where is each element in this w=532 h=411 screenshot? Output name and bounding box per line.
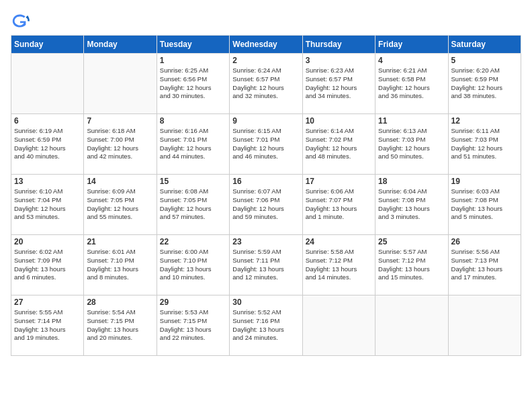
day-info: Sunrise: 5:55 AM Sunset: 7:14 PM Dayligh…: [14, 308, 81, 342]
weekday-header-row: SundayMondayTuesdayWednesdayThursdayFrid…: [11, 36, 521, 54]
day-info: Sunrise: 6:24 AM Sunset: 6:57 PM Dayligh…: [232, 66, 299, 101]
day-info: Sunrise: 6:07 AM Sunset: 7:06 PM Dayligh…: [232, 187, 299, 222]
day-info: Sunrise: 5:53 AM Sunset: 7:15 PM Dayligh…: [160, 308, 226, 342]
day-number: 13: [14, 177, 81, 186]
calendar-cell: [302, 295, 375, 356]
calendar-cell: 8Sunrise: 6:16 AM Sunset: 7:01 PM Daylig…: [157, 114, 229, 175]
calendar-cell: 12Sunrise: 6:11 AM Sunset: 7:03 PM Dayli…: [448, 114, 521, 175]
day-number: 20: [14, 237, 81, 246]
calendar-cell: [448, 295, 521, 356]
day-number: 11: [378, 116, 445, 126]
day-number: 12: [451, 116, 518, 126]
calendar-cell: 1Sunrise: 6:25 AM Sunset: 6:56 PM Daylig…: [157, 54, 229, 114]
day-number: 27: [14, 298, 81, 307]
day-info: Sunrise: 6:18 AM Sunset: 7:00 PM Dayligh…: [87, 127, 153, 161]
day-number: 3: [306, 56, 372, 65]
day-number: 18: [378, 177, 445, 186]
week-row-5: 27Sunrise: 5:55 AM Sunset: 7:14 PM Dayli…: [11, 295, 521, 356]
calendar-cell: 15Sunrise: 6:08 AM Sunset: 7:05 PM Dayli…: [157, 175, 229, 235]
calendar-cell: [11, 54, 84, 114]
calendar-cell: 26Sunrise: 5:56 AM Sunset: 7:13 PM Dayli…: [448, 235, 521, 295]
day-number: 8: [160, 116, 226, 126]
calendar-cell: 20Sunrise: 6:02 AM Sunset: 7:09 PM Dayli…: [11, 235, 84, 295]
day-info: Sunrise: 6:06 AM Sunset: 7:07 PM Dayligh…: [306, 187, 372, 222]
day-number: 30: [232, 298, 299, 307]
calendar-cell: 11Sunrise: 6:13 AM Sunset: 7:03 PM Dayli…: [375, 114, 448, 175]
calendar-cell: 18Sunrise: 6:04 AM Sunset: 7:08 PM Dayli…: [375, 175, 448, 235]
calendar-cell: 19Sunrise: 6:03 AM Sunset: 7:08 PM Dayli…: [448, 175, 521, 235]
weekday-header-tuesday: Tuesday: [157, 36, 229, 54]
day-number: 1: [160, 56, 226, 65]
logo-icon: [11, 11, 30, 30]
day-number: 29: [160, 298, 226, 307]
day-info: Sunrise: 6:19 AM Sunset: 6:59 PM Dayligh…: [14, 127, 81, 161]
day-info: Sunrise: 6:23 AM Sunset: 6:57 PM Dayligh…: [306, 66, 372, 101]
day-info: Sunrise: 6:16 AM Sunset: 7:01 PM Dayligh…: [160, 127, 226, 161]
day-number: 17: [306, 177, 372, 186]
day-info: Sunrise: 5:59 AM Sunset: 7:11 PM Dayligh…: [232, 248, 299, 282]
calendar-cell: [375, 295, 448, 356]
day-number: 10: [306, 116, 372, 126]
day-number: 22: [160, 237, 226, 246]
day-info: Sunrise: 6:00 AM Sunset: 7:10 PM Dayligh…: [160, 248, 226, 282]
day-info: Sunrise: 5:54 AM Sunset: 7:15 PM Dayligh…: [87, 308, 153, 342]
day-info: Sunrise: 6:03 AM Sunset: 7:08 PM Dayligh…: [451, 187, 518, 222]
calendar-cell: 10Sunrise: 6:14 AM Sunset: 7:02 PM Dayli…: [302, 114, 375, 175]
calendar-cell: 24Sunrise: 5:58 AM Sunset: 7:12 PM Dayli…: [302, 235, 375, 295]
calendar-cell: 2Sunrise: 6:24 AM Sunset: 6:57 PM Daylig…: [230, 54, 302, 114]
calendar-cell: 30Sunrise: 5:52 AM Sunset: 7:16 PM Dayli…: [230, 295, 302, 356]
week-row-3: 13Sunrise: 6:10 AM Sunset: 7:04 PM Dayli…: [11, 175, 521, 235]
calendar-cell: 7Sunrise: 6:18 AM Sunset: 7:00 PM Daylig…: [84, 114, 157, 175]
day-number: 15: [160, 177, 226, 186]
calendar-cell: 28Sunrise: 5:54 AM Sunset: 7:15 PM Dayli…: [84, 295, 157, 356]
calendar-cell: 16Sunrise: 6:07 AM Sunset: 7:06 PM Dayli…: [230, 175, 302, 235]
day-info: Sunrise: 6:14 AM Sunset: 7:02 PM Dayligh…: [306, 127, 372, 161]
day-info: Sunrise: 6:21 AM Sunset: 6:58 PM Dayligh…: [378, 66, 445, 101]
day-info: Sunrise: 6:04 AM Sunset: 7:08 PM Dayligh…: [378, 187, 445, 222]
calendar-cell: 21Sunrise: 6:01 AM Sunset: 7:10 PM Dayli…: [84, 235, 157, 295]
weekday-header-monday: Monday: [84, 36, 157, 54]
day-info: Sunrise: 6:09 AM Sunset: 7:05 PM Dayligh…: [87, 187, 153, 222]
weekday-header-saturday: Saturday: [448, 36, 521, 54]
calendar-cell: 5Sunrise: 6:20 AM Sunset: 6:59 PM Daylig…: [448, 54, 521, 114]
day-number: 25: [378, 237, 445, 246]
day-info: Sunrise: 6:01 AM Sunset: 7:10 PM Dayligh…: [87, 248, 153, 282]
day-number: 4: [378, 56, 445, 65]
calendar-cell: 23Sunrise: 5:59 AM Sunset: 7:11 PM Dayli…: [230, 235, 302, 295]
week-row-1: 1Sunrise: 6:25 AM Sunset: 6:56 PM Daylig…: [11, 54, 521, 114]
calendar-cell: 4Sunrise: 6:21 AM Sunset: 6:58 PM Daylig…: [375, 54, 448, 114]
day-number: 28: [87, 298, 153, 307]
weekday-header-sunday: Sunday: [11, 36, 84, 54]
day-number: 14: [87, 177, 153, 186]
weekday-header-wednesday: Wednesday: [230, 36, 302, 54]
day-info: Sunrise: 6:02 AM Sunset: 7:09 PM Dayligh…: [14, 248, 81, 282]
day-info: Sunrise: 5:58 AM Sunset: 7:12 PM Dayligh…: [306, 248, 372, 282]
calendar-cell: 22Sunrise: 6:00 AM Sunset: 7:10 PM Dayli…: [157, 235, 229, 295]
day-number: 9: [232, 116, 299, 126]
day-number: 24: [306, 237, 372, 246]
calendar-cell: 14Sunrise: 6:09 AM Sunset: 7:05 PM Dayli…: [84, 175, 157, 235]
page-header: [11, 11, 521, 30]
day-info: Sunrise: 6:20 AM Sunset: 6:59 PM Dayligh…: [451, 66, 518, 101]
day-info: Sunrise: 6:10 AM Sunset: 7:04 PM Dayligh…: [14, 187, 81, 222]
day-info: Sunrise: 6:25 AM Sunset: 6:56 PM Dayligh…: [160, 66, 226, 101]
calendar-cell: 6Sunrise: 6:19 AM Sunset: 6:59 PM Daylig…: [11, 114, 84, 175]
calendar-cell: 9Sunrise: 6:15 AM Sunset: 7:01 PM Daylig…: [230, 114, 302, 175]
day-info: Sunrise: 6:11 AM Sunset: 7:03 PM Dayligh…: [451, 127, 518, 161]
day-number: 26: [451, 237, 518, 246]
weekday-header-friday: Friday: [375, 36, 448, 54]
day-info: Sunrise: 6:13 AM Sunset: 7:03 PM Dayligh…: [378, 127, 445, 161]
calendar-cell: 27Sunrise: 5:55 AM Sunset: 7:14 PM Dayli…: [11, 295, 84, 356]
calendar-cell: 17Sunrise: 6:06 AM Sunset: 7:07 PM Dayli…: [302, 175, 375, 235]
calendar-cell: 25Sunrise: 5:57 AM Sunset: 7:12 PM Dayli…: [375, 235, 448, 295]
calendar: SundayMondayTuesdayWednesdayThursdayFrid…: [11, 35, 521, 356]
day-number: 6: [14, 116, 81, 126]
day-number: 5: [451, 56, 518, 65]
day-number: 7: [87, 116, 153, 126]
calendar-cell: 29Sunrise: 5:53 AM Sunset: 7:15 PM Dayli…: [157, 295, 229, 356]
day-info: Sunrise: 6:08 AM Sunset: 7:05 PM Dayligh…: [160, 187, 226, 222]
weekday-header-thursday: Thursday: [302, 36, 375, 54]
week-row-4: 20Sunrise: 6:02 AM Sunset: 7:09 PM Dayli…: [11, 235, 521, 295]
day-info: Sunrise: 5:56 AM Sunset: 7:13 PM Dayligh…: [451, 248, 518, 282]
calendar-cell: 3Sunrise: 6:23 AM Sunset: 6:57 PM Daylig…: [302, 54, 375, 114]
